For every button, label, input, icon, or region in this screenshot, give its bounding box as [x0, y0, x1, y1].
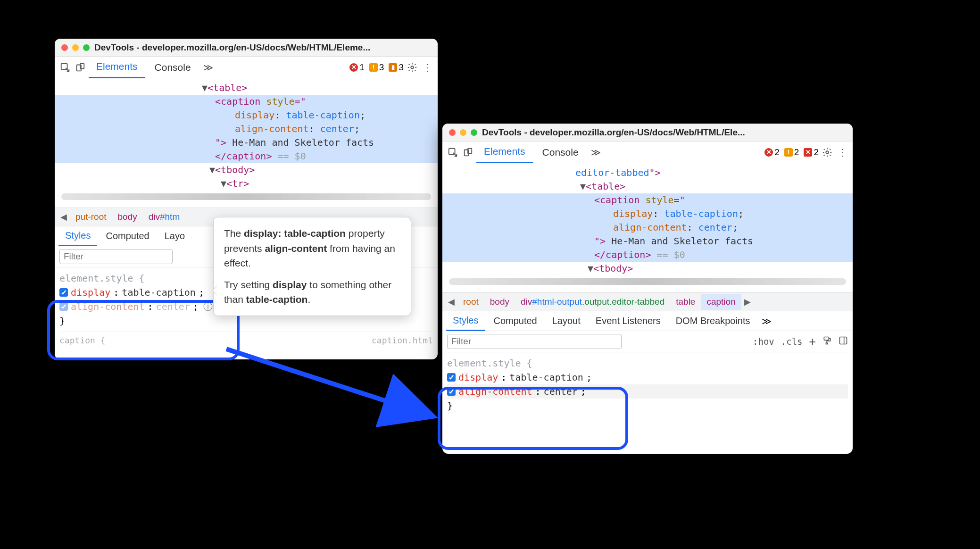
- issue-counts[interactable]: ✕1 !3 ▮3: [349, 62, 404, 73]
- expand-arrow-icon[interactable]: ▼: [221, 178, 226, 189]
- minimize-window-icon[interactable]: [72, 44, 79, 51]
- tab-layout[interactable]: Layout: [546, 312, 587, 330]
- svg-rect-9: [826, 343, 828, 344]
- hov-toggle[interactable]: :hov: [753, 336, 774, 347]
- settings-gear-icon[interactable]: [821, 146, 834, 159]
- window-title: DevTools - developer.mozilla.org/en-US/d…: [94, 42, 370, 53]
- crumb-div[interactable]: div#htm: [143, 209, 186, 225]
- tab-styles[interactable]: Styles: [58, 226, 97, 246]
- selected-node[interactable]: <caption style=": [55, 95, 438, 108]
- horizontal-scrollbar[interactable]: [449, 278, 846, 285]
- kebab-menu-icon[interactable]: ⋮: [421, 61, 434, 74]
- window-title: DevTools - developer.mozilla.org/en-US/d…: [482, 127, 745, 138]
- selected-node[interactable]: <caption style=": [442, 193, 853, 207]
- traffic-lights: [449, 129, 477, 136]
- css-prop-display[interactable]: display: table-caption;: [447, 370, 848, 384]
- more-tabs-icon[interactable]: ≫: [200, 58, 216, 77]
- crumb-table[interactable]: table: [670, 294, 701, 310]
- caption-src-label: caption.html: [372, 334, 433, 347]
- tab-console[interactable]: Console: [147, 57, 199, 78]
- css-selector: element.style {: [447, 356, 848, 370]
- tab-event-listeners[interactable]: Event Listeners: [589, 312, 667, 330]
- expand-arrow-icon[interactable]: ▼: [202, 82, 208, 93]
- paint-icon[interactable]: [822, 336, 832, 347]
- css-prop-align-content[interactable]: align-content: center;: [447, 384, 848, 399]
- settings-gear-icon[interactable]: [406, 61, 419, 74]
- toggle-checkbox[interactable]: [447, 387, 456, 396]
- warning-icon: !: [369, 63, 378, 72]
- titlebar: DevTools - developer.mozilla.org/en-US/d…: [442, 124, 853, 141]
- svg-rect-10: [840, 337, 847, 344]
- dom-tree[interactable]: ▼<table> <caption style=" display: table…: [55, 78, 438, 208]
- crumb-body[interactable]: body: [112, 209, 142, 225]
- computed-panel-icon[interactable]: [839, 336, 848, 347]
- minimize-window-icon[interactable]: [460, 129, 466, 136]
- tab-computed[interactable]: Computed: [487, 312, 543, 330]
- toggle-checkbox[interactable]: [59, 288, 68, 297]
- traffic-lights: [61, 44, 90, 51]
- more-tabs-icon[interactable]: ≫: [588, 143, 604, 162]
- tab-dom-breakpoints[interactable]: DOM Breakpoints: [669, 312, 757, 330]
- expand-arrow-icon[interactable]: ▼: [588, 263, 593, 274]
- tab-elements[interactable]: Elements: [476, 141, 533, 163]
- device-toggle-icon[interactable]: [74, 61, 87, 74]
- titlebar: DevTools - developer.mozilla.org/en-US/d…: [55, 39, 438, 57]
- zoom-window-icon[interactable]: [471, 129, 477, 136]
- zoom-window-icon[interactable]: [83, 44, 90, 51]
- tab-layout[interactable]: Layo: [158, 227, 191, 245]
- toggle-checkbox[interactable]: [59, 302, 68, 311]
- styles-filter-input[interactable]: [59, 249, 173, 264]
- close-window-icon[interactable]: [61, 44, 68, 51]
- breadcrumb: ◀ root body div#html-output.output.edito…: [442, 292, 853, 311]
- error-icon: ✕: [349, 63, 358, 72]
- crumb-scroll-right-icon[interactable]: ▶: [741, 297, 754, 307]
- dom-tree[interactable]: editor-tabbed"> ▼<table> <caption style=…: [442, 163, 853, 292]
- crumb-put-root[interactable]: put-root: [70, 209, 112, 225]
- expand-arrow-icon[interactable]: ▼: [580, 181, 586, 192]
- crumb-div[interactable]: div#html-output.output.editor-tabbed: [515, 294, 670, 310]
- svg-rect-8: [824, 337, 829, 341]
- devtools-window-right: DevTools - developer.mozilla.org/en-US/d…: [442, 124, 853, 454]
- inspect-icon[interactable]: [58, 61, 72, 74]
- info-icon[interactable]: ⓘ: [203, 299, 213, 314]
- crumb-scroll-left-icon[interactable]: ◀: [58, 212, 70, 222]
- tab-console[interactable]: Console: [535, 142, 586, 163]
- toggle-checkbox[interactable]: [447, 373, 456, 382]
- close-window-icon[interactable]: [449, 129, 456, 136]
- device-toggle-icon[interactable]: [461, 146, 474, 159]
- issue-counts[interactable]: ✕2 !2 ✕2: [764, 147, 819, 158]
- styles-filter-row: :hov .cls +: [442, 331, 853, 352]
- tab-styles[interactable]: Styles: [446, 311, 485, 331]
- cls-toggle[interactable]: .cls: [781, 336, 803, 347]
- crumb-root[interactable]: root: [457, 294, 484, 310]
- devtools-toolbar: Elements Console ≫ ✕1 !3 ▮3 ⋮: [55, 57, 438, 78]
- svg-point-3: [411, 66, 414, 69]
- tab-elements[interactable]: Elements: [89, 56, 145, 78]
- tab-computed[interactable]: Computed: [99, 227, 156, 245]
- new-rule-icon[interactable]: +: [809, 335, 816, 348]
- css-hint-tooltip: The display: table-caption property prev…: [213, 217, 411, 316]
- crumb-caption[interactable]: caption: [701, 294, 741, 310]
- devtools-toolbar: Elements Console ≫ ✕2 !2 ✕2 ⋮: [442, 141, 853, 163]
- kebab-menu-icon[interactable]: ⋮: [836, 146, 849, 159]
- styles-filter-input[interactable]: [447, 334, 622, 349]
- crumb-scroll-left-icon[interactable]: ◀: [445, 297, 457, 307]
- crumb-body[interactable]: body: [484, 294, 515, 310]
- inspect-icon[interactable]: [446, 146, 459, 159]
- horizontal-scrollbar[interactable]: [61, 193, 431, 200]
- error-icon: ✕: [764, 148, 773, 157]
- svg-point-7: [826, 151, 829, 154]
- error-square-icon: ✕: [804, 148, 812, 157]
- flag-icon: ▮: [389, 63, 397, 72]
- caption-rule-label: caption {: [59, 334, 106, 347]
- more-tabs-icon[interactable]: ≫: [759, 312, 774, 331]
- warning-icon: !: [784, 148, 793, 157]
- expand-arrow-icon[interactable]: ▼: [209, 164, 215, 175]
- element-style-block[interactable]: element.style { display: table-caption; …: [442, 352, 853, 419]
- styles-tabs: Styles Computed Layout Event Listeners D…: [442, 311, 853, 331]
